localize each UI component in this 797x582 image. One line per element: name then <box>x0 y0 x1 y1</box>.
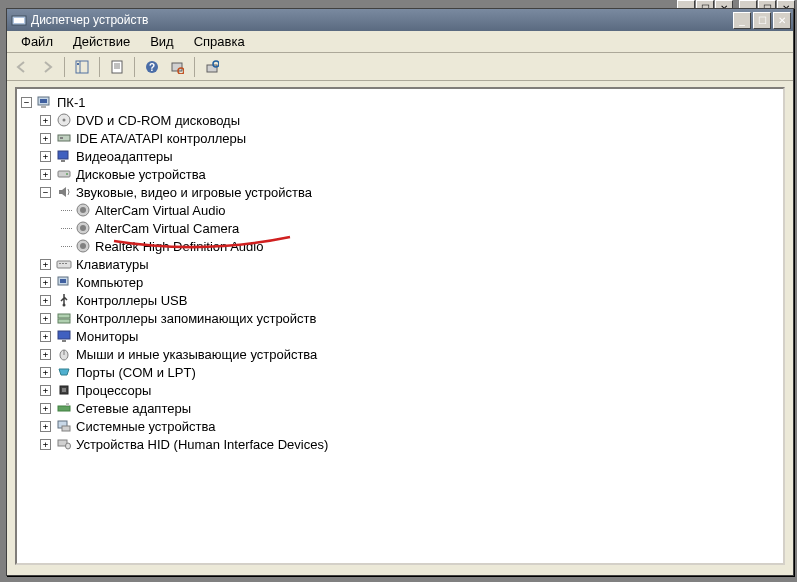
expand-icon[interactable]: + <box>40 115 51 126</box>
tree-node-usb[interactable]: + Контроллеры USB <box>40 291 779 309</box>
node-label: Процессоры <box>76 383 151 398</box>
toolbar-separator <box>194 57 195 77</box>
node-label: Контроллеры USB <box>76 293 187 308</box>
expand-icon[interactable]: + <box>40 349 51 360</box>
expand-icon[interactable]: + <box>40 295 51 306</box>
tree-node-sound[interactable]: − Звуковые, видео и игровые устройства <box>40 183 779 201</box>
tree-node-realtek-audio[interactable]: Realtek High Definition Audio <box>59 237 779 255</box>
tree-node-disk[interactable]: + Дисковые устройства <box>40 165 779 183</box>
window-title: Диспетчер устройств <box>31 13 733 27</box>
tree-root-node[interactable]: − ПК-1 <box>21 93 779 111</box>
expand-icon[interactable]: + <box>40 367 51 378</box>
svg-rect-37 <box>60 279 66 283</box>
tree-node-altercam-camera[interactable]: AlterCam Virtual Camera <box>59 219 779 237</box>
scan-hardware-button[interactable] <box>166 56 188 78</box>
back-button[interactable] <box>11 56 33 78</box>
svg-rect-11 <box>172 63 182 71</box>
titlebar[interactable]: Диспетчер устройств _ ☐ ✕ <box>7 9 793 31</box>
svg-rect-32 <box>57 261 71 268</box>
device-manager-window: Диспетчер устройств _ ☐ ✕ Файл Действие … <box>6 8 794 576</box>
tree-node-altercam-audio[interactable]: AlterCam Virtual Audio <box>59 201 779 219</box>
monitor-icon <box>56 328 72 344</box>
close-button[interactable]: ✕ <box>773 12 791 29</box>
node-label: Клавиатуры <box>76 257 149 272</box>
menu-file[interactable]: Файл <box>11 31 63 52</box>
expand-icon[interactable]: + <box>40 151 51 162</box>
tree-node-network[interactable]: + Сетевые адаптеры <box>40 399 779 417</box>
tree-node-hid[interactable]: + Устройства HID (Human Interface Device… <box>40 435 779 453</box>
svg-point-38 <box>63 304 66 307</box>
computer-icon <box>37 94 53 110</box>
tree-leaf-icon <box>59 223 70 234</box>
collapse-icon[interactable]: − <box>21 97 32 108</box>
expand-icon[interactable]: + <box>40 277 51 288</box>
expand-icon[interactable]: + <box>40 385 51 396</box>
svg-rect-39 <box>58 314 70 318</box>
tree-node-mouse[interactable]: + Мыши и иные указывающие устройства <box>40 345 779 363</box>
expand-icon[interactable]: + <box>40 421 51 432</box>
menu-view[interactable]: Вид <box>140 31 184 52</box>
menubar: Файл Действие Вид Справка <box>7 31 793 53</box>
expand-icon[interactable]: + <box>40 331 51 342</box>
node-label: Порты (COM и LPT) <box>76 365 196 380</box>
tree-node-storage-controllers[interactable]: + Контроллеры запоминающих устройств <box>40 309 779 327</box>
menu-action[interactable]: Действие <box>63 31 140 52</box>
svg-point-29 <box>80 225 86 231</box>
ide-controller-icon <box>56 130 72 146</box>
node-label: AlterCam Virtual Audio <box>95 203 226 218</box>
svg-rect-21 <box>60 137 63 139</box>
expand-icon[interactable]: + <box>40 439 51 450</box>
computer-icon <box>56 274 72 290</box>
tree-node-system[interactable]: + Системные устройства <box>40 417 779 435</box>
svg-rect-48 <box>66 403 69 406</box>
audio-device-icon <box>75 220 91 236</box>
maximize-button[interactable]: ☐ <box>753 12 771 29</box>
hid-icon <box>56 436 72 452</box>
tree-node-computer[interactable]: + Компьютер <box>40 273 779 291</box>
toolbar-separator <box>134 57 135 77</box>
show-hide-tree-button[interactable] <box>71 56 93 78</box>
expand-icon[interactable]: + <box>40 403 51 414</box>
toolbar-separator <box>99 57 100 77</box>
update-driver-button[interactable] <box>201 56 223 78</box>
svg-point-27 <box>80 207 86 213</box>
svg-rect-40 <box>58 319 70 323</box>
properties-button[interactable] <box>106 56 128 78</box>
keyboard-icon <box>56 256 72 272</box>
node-label: Контроллеры запоминающих устройств <box>76 311 316 326</box>
network-adapter-icon <box>56 400 72 416</box>
node-label: DVD и CD-ROM дисководы <box>76 113 240 128</box>
expand-icon[interactable]: + <box>40 169 51 180</box>
minimize-button[interactable]: _ <box>733 12 751 29</box>
svg-rect-4 <box>77 63 79 65</box>
tree-node-video[interactable]: + Видеоадаптеры <box>40 147 779 165</box>
node-label: Видеоадаптеры <box>76 149 173 164</box>
audio-device-icon <box>75 238 91 254</box>
device-tree-panel[interactable]: − ПК-1 + DVD и CD-ROM дисководы + <box>15 87 785 565</box>
node-label: Realtek High Definition Audio <box>95 239 263 254</box>
tree-node-ports[interactable]: + Порты (COM и LPT) <box>40 363 779 381</box>
tree-node-monitors[interactable]: + Мониторы <box>40 327 779 345</box>
tree-node-dvd[interactable]: + DVD и CD-ROM дисководы <box>40 111 779 129</box>
expand-icon[interactable]: + <box>40 313 51 324</box>
collapse-icon[interactable]: − <box>40 187 51 198</box>
forward-button[interactable] <box>36 56 58 78</box>
svg-point-52 <box>66 443 71 449</box>
svg-rect-22 <box>58 151 68 159</box>
tree-node-cpu[interactable]: + Процессоры <box>40 381 779 399</box>
expand-icon[interactable]: + <box>40 259 51 270</box>
expand-icon[interactable]: + <box>40 133 51 144</box>
svg-rect-1 <box>14 18 24 23</box>
help-button[interactable]: ? <box>141 56 163 78</box>
tree-node-keyboard[interactable]: + Клавиатуры <box>40 255 779 273</box>
node-label: IDE ATA/ATAPI контроллеры <box>76 131 246 146</box>
svg-point-25 <box>66 173 68 175</box>
ports-icon <box>56 364 72 380</box>
usb-icon <box>56 292 72 308</box>
menu-help[interactable]: Справка <box>184 31 255 52</box>
tree-node-ide[interactable]: + IDE ATA/ATAPI контроллеры <box>40 129 779 147</box>
tree-leaf-icon <box>59 241 70 252</box>
svg-point-19 <box>63 119 66 122</box>
svg-rect-46 <box>62 388 66 392</box>
toolbar-separator <box>64 57 65 77</box>
